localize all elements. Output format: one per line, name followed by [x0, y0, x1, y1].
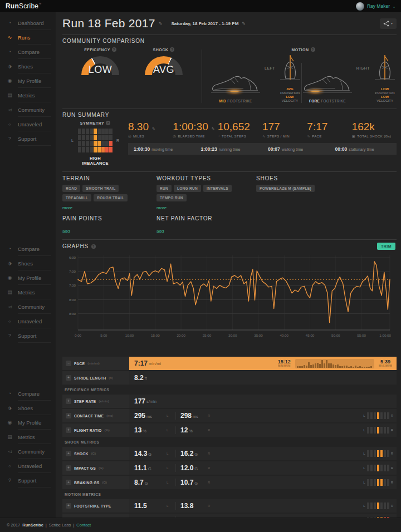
expand-toggle[interactable]: +	[66, 413, 71, 418]
symmetry-cell	[86, 147, 89, 152]
sidebar-item-compare[interactable]: ◔Compare	[0, 242, 56, 256]
tag-run[interactable]: RUN	[157, 185, 172, 192]
sidebar-item-metrics[interactable]: ▤Metrics	[0, 88, 56, 102]
sidebar-item-dashboard[interactable]: ◔Dashboard	[0, 16, 56, 30]
expand-toggle[interactable]: +	[66, 465, 71, 471]
metric-value-cell[interactable]: 7:17min/mi15:12MINIMUM5:39MAXIMUM	[129, 357, 397, 370]
help-icon[interactable]: ?	[170, 47, 174, 52]
sidebar-item-unraveled[interactable]: ⌔Unraveled	[0, 459, 56, 473]
tag-tempo-run[interactable]: TEMPO RUN	[157, 194, 187, 201]
sparkline-bar	[321, 360, 323, 368]
sidebar-item-label: Dashboard	[18, 20, 43, 26]
sparkline-bar	[319, 364, 321, 367]
sidebar-item-label: Metrics	[18, 434, 35, 440]
trim-button[interactable]: TRIM	[377, 243, 395, 250]
sidebar-item-support[interactable]: ?Support	[0, 131, 56, 146]
expand-toggle[interactable]: +	[66, 503, 71, 509]
tag-powerblaze-m-sample-[interactable]: POWERBLAZE M (SAMPLE)	[256, 185, 315, 192]
expand-toggle[interactable]: +	[66, 451, 71, 456]
stat-value: 8.30✎	[128, 121, 173, 133]
sidebar-item-shoes[interactable]: ⬗Shoes	[0, 401, 56, 415]
y-tick-label: 8:30	[69, 312, 76, 316]
sidebar-item-metrics[interactable]: ▤Metrics	[0, 285, 56, 299]
indicator-bar	[374, 465, 376, 471]
expand-toggle[interactable]: +	[66, 480, 71, 485]
expand-toggle[interactable]: +	[66, 398, 71, 404]
symmetry-cell	[78, 129, 81, 134]
tag-smooth-trail[interactable]: SMOOTH TRAIL	[82, 185, 119, 192]
tag-treadmill[interactable]: TREADMILL	[62, 194, 91, 201]
shoe-icon: ⬗	[7, 63, 13, 69]
pronation-value: AVG	[286, 87, 294, 91]
right-value: 298	[180, 412, 192, 420]
velocity-value: LOW	[381, 95, 389, 98]
shoe-rear-icon	[279, 53, 301, 86]
sidebar-item-shoes[interactable]: ⬗Shoes	[0, 256, 56, 270]
metric-left-value: 14.3G	[134, 450, 167, 457]
summary-stats: 8.30✎◎MILES1:00:30✎◷ELAPSED TIME10,652⁖T…	[128, 121, 397, 139]
footer-scribe-labs-link[interactable]: Scribe Labs	[49, 523, 71, 528]
help-icon[interactable]: ?	[106, 121, 110, 125]
help-icon[interactable]: ?	[311, 47, 315, 52]
symmetry-cell	[78, 135, 81, 140]
sidebar-item-my-profile[interactable]: ◉My Profile	[0, 415, 56, 430]
right-value: 10.7	[180, 479, 193, 486]
runscribe-logo[interactable]: RunScribe™	[6, 2, 41, 10]
terrain-more-link[interactable]: more	[62, 205, 72, 210]
metric-label-cell: +STEP RATE(s/min)	[62, 395, 129, 408]
sidebar-item-support[interactable]: ?Support	[0, 473, 56, 487]
avatar[interactable]	[356, 2, 364, 11]
help-icon[interactable]: ?	[91, 244, 96, 249]
indicator-left-label: L	[363, 481, 365, 484]
unraveled-icon: ⌔	[7, 121, 13, 127]
edit-stat-icon[interactable]: ✎	[152, 127, 155, 131]
pace-chart[interactable]: 0:005:0010:0015:0020:0025:0030:0035:0040…	[62, 252, 397, 352]
pain-points-add-link[interactable]: add	[62, 229, 70, 234]
footer-contact-link[interactable]: Contact	[76, 523, 91, 528]
stat-label-text: MILES	[133, 135, 144, 138]
compare-icon: ◔	[7, 246, 13, 252]
help-icon[interactable]: ?	[112, 47, 116, 52]
tag-long-run[interactable]: LONG RUN	[174, 185, 201, 192]
sidebar-item-runs[interactable]: ∿Runs	[0, 30, 56, 45]
sidebar-item-my-profile[interactable]: ◉My Profile	[0, 73, 56, 88]
metric-row-footstrike-type: +FOOTSTRIKE TYPE11.5L13.8RLR	[62, 499, 397, 513]
support-icon: ?	[7, 333, 13, 338]
workout-more-link[interactable]: more	[157, 205, 167, 210]
expand-toggle[interactable]: +	[66, 375, 71, 381]
unraveled-icon: ⌔	[7, 318, 13, 324]
stat-number: 8.30	[128, 121, 149, 132]
sidebar-item-support[interactable]: ?Support	[0, 328, 56, 343]
indicator-bar	[374, 450, 376, 457]
sidebar-item-unraveled[interactable]: ⌔Unraveled	[0, 314, 56, 328]
times-bar: 1:00:30moving time1:00:23running time00:…	[128, 143, 397, 155]
sidebar-item-community[interactable]: ◅Community	[0, 444, 56, 459]
expand-toggle[interactable]: +	[66, 427, 71, 433]
symmetry-status: HIGH IMBALANCE	[82, 156, 109, 166]
tag-road[interactable]: ROAD	[62, 185, 80, 192]
indicator-bar	[387, 479, 389, 486]
sidebar-item-shoes[interactable]: ⬗Shoes	[0, 59, 56, 73]
symmetry-cell	[86, 141, 89, 146]
edit-stat-icon[interactable]: ✎	[212, 127, 215, 131]
indicator-bar	[380, 503, 383, 509]
sidebar-item-unraveled[interactable]: ⌔Unraveled	[0, 117, 56, 131]
tag-intervals[interactable]: INTERVALS	[203, 185, 232, 192]
share-button[interactable]: ▼	[380, 18, 397, 29]
sidebar-item-compare[interactable]: ◔Compare	[0, 386, 56, 401]
stat-value: 162k	[352, 121, 397, 133]
edit-datetime-icon[interactable]: ✎	[242, 21, 246, 26]
sidebar-item-metrics[interactable]: ▤Metrics	[0, 430, 56, 444]
metric-value: 177	[134, 397, 145, 405]
stat-label-text: PACE	[312, 135, 322, 138]
sidebar-item-community[interactable]: ◅Community	[0, 299, 56, 314]
expand-toggle[interactable]: −	[66, 361, 71, 366]
net-pain-add-link[interactable]: add	[157, 229, 164, 234]
stat-label: ◷ELAPSED TIME	[173, 134, 217, 139]
user-menu[interactable]: Ray Maker ⌄	[356, 2, 395, 11]
tag-rough-trail[interactable]: ROUGH TRAIL	[94, 194, 127, 201]
sidebar-item-community[interactable]: ◅Community	[0, 102, 56, 117]
sidebar-item-my-profile[interactable]: ◉My Profile	[0, 270, 56, 285]
sidebar-item-compare[interactable]: ◔Compare	[0, 45, 56, 59]
edit-title-icon[interactable]: ✎	[159, 21, 163, 26]
